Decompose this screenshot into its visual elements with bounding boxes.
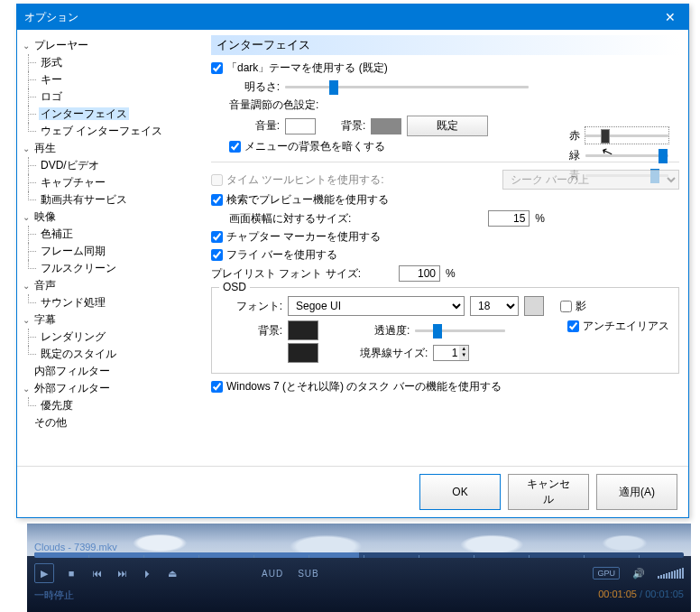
tree-video[interactable]: ⌄映像 <box>21 209 198 226</box>
osd-border-label: 境界線サイズ: <box>360 346 428 361</box>
playback-status: 一時停止 <box>34 589 74 602</box>
tree-capture[interactable]: キャプチャー <box>35 174 198 191</box>
tree-colorcorr[interactable]: 色補正 <box>35 226 198 243</box>
tree-playback[interactable]: ⌄再生 <box>21 140 198 157</box>
volume-color-swatch[interactable] <box>285 118 316 134</box>
tree-format[interactable]: 形式 <box>35 54 198 71</box>
eject-button[interactable]: ⏏ <box>164 565 180 581</box>
osd-font-combo[interactable]: Segoe UI <box>288 296 465 316</box>
tree-key[interactable]: キー <box>35 71 198 88</box>
osd-shadow-checkbox[interactable]: 影 <box>560 299 586 314</box>
chevron-down-icon[interactable]: ⌄ <box>21 315 31 325</box>
tree-rendering[interactable]: レンダリング <box>35 329 198 346</box>
titlebar[interactable]: オプション ✕ <box>17 5 688 30</box>
red-slider[interactable] <box>585 127 668 144</box>
preview-size-input[interactable] <box>488 210 530 227</box>
flybar-input[interactable] <box>211 249 223 261</box>
default-button[interactable]: 既定 <box>407 116 488 136</box>
tree-dvd[interactable]: DVD/ビデオ <box>35 157 198 174</box>
chevron-down-icon[interactable]: ⌄ <box>21 41 31 51</box>
step-button[interactable]: ⏵ <box>139 565 155 581</box>
osd-bg-label: 背景: <box>219 323 282 338</box>
use-dark-theme-input[interactable] <box>211 62 223 74</box>
chapter-marker-checkbox[interactable]: チャプター マーカーを使用する <box>211 229 679 245</box>
time-tooltip-checkbox: タイム ツールヒントを使用する: シーク バーの上 <box>211 170 679 190</box>
time-tooltip-combo: シーク バーの上 <box>502 170 679 190</box>
win7-taskbar-input[interactable] <box>211 381 223 393</box>
close-icon[interactable]: ✕ <box>659 10 681 24</box>
tree-subtitle[interactable]: ⌄字幕 <box>21 311 198 329</box>
player-file-title: Clouds - 7399.mkv <box>34 542 117 552</box>
win7-taskbar-checkbox[interactable]: Windows 7 (とそれ以降) のタスク バーの機能を使用する <box>211 379 679 394</box>
cancel-button[interactable]: キャンセル <box>508 474 589 510</box>
tree-priority[interactable]: 優先度 <box>35 397 198 414</box>
bg-color-swatch[interactable] <box>371 118 401 134</box>
playlist-font-label: プレイリスト フォント サイズ: <box>211 266 361 282</box>
osd-trans-slider[interactable] <box>415 322 505 338</box>
tree-audio[interactable]: ⌄音声 <box>21 277 198 294</box>
time-tooltip-input <box>211 174 223 186</box>
osd-border-color-swatch[interactable] <box>288 343 318 363</box>
osd-antialias-checkbox[interactable]: アンチエイリアス <box>567 319 669 334</box>
spinner-arrows-icon[interactable]: ▲▼ <box>459 346 468 360</box>
apply-button[interactable]: 適用(A) <box>596 474 677 510</box>
dialog-buttons: OK キャンセル 適用(A) <box>17 466 688 517</box>
playlist-font-input[interactable] <box>399 265 440 282</box>
seek-bar[interactable] <box>34 552 684 558</box>
sub-indicator[interactable]: SUB <box>298 569 319 579</box>
preview-checkbox[interactable]: 検索でプレビュー機能を使用する <box>211 192 679 208</box>
volume-icon[interactable]: 🔊 <box>631 565 647 581</box>
osd-antialias-input[interactable] <box>567 320 579 332</box>
tree-fullscreen[interactable]: フルスクリーン <box>35 260 198 277</box>
tree-sound[interactable]: サウンド処理 <box>35 294 198 311</box>
chevron-down-icon[interactable]: ⌄ <box>21 281 31 291</box>
chevron-down-icon[interactable]: ⌄ <box>21 144 31 153</box>
tree-framesync[interactable]: フレーム同期 <box>35 243 198 260</box>
play-button[interactable]: ▶ <box>34 563 54 583</box>
green-label: 緑 <box>569 148 582 163</box>
tree-share[interactable]: 動画共有サービス <box>35 191 198 209</box>
playlist-font-unit: % <box>446 267 456 280</box>
osd-shadow-input[interactable] <box>560 301 572 312</box>
darken-menu-input[interactable] <box>229 141 241 153</box>
prev-button[interactable]: ⏮ <box>88 565 105 581</box>
tree-defstyle[interactable]: 既定のスタイル <box>35 346 198 363</box>
tree-intfilter[interactable]: ⌄内部フィルター <box>21 363 198 380</box>
tree-interface[interactable]: インターフェイス <box>35 106 198 123</box>
green-slider[interactable] <box>585 147 668 163</box>
volume-color-label2: 音量: <box>229 118 280 134</box>
section-title: インターフェイス <box>211 35 679 55</box>
window-title: オプション <box>24 10 78 25</box>
flybar-checkbox[interactable]: フライ バーを使用する <box>211 247 679 263</box>
options-tree[interactable]: ⌄プレーヤー 形式 キー ロゴ インターフェイス ウェブ インターフェイス ⌄再… <box>17 30 202 466</box>
tree-logo[interactable]: ロゴ <box>35 88 198 106</box>
osd-font-size-combo[interactable]: 18 <box>470 296 519 316</box>
osd-font-color-swatch[interactable] <box>524 296 544 316</box>
next-button[interactable]: ⏭ <box>114 565 130 581</box>
stop-button[interactable]: ■ <box>63 565 79 581</box>
ok-button[interactable]: OK <box>419 474 501 510</box>
tree-webif[interactable]: ウェブ インターフェイス <box>35 123 198 140</box>
tree-other[interactable]: ⌄その他 <box>21 414 198 431</box>
chevron-down-icon[interactable]: ⌄ <box>21 212 31 222</box>
video-frame <box>27 524 691 556</box>
time-display: 00:01:05 / 00:01:05 <box>598 589 684 602</box>
osd-bg-color-swatch[interactable] <box>288 320 318 340</box>
use-dark-theme-checkbox[interactable]: 「dark」テーマを使用する (既定) <box>211 60 679 76</box>
options-content: インターフェイス 「dark」テーマを使用する (既定) 明るさ: 音量調節の色… <box>202 30 688 466</box>
gpu-indicator[interactable]: GPU <box>593 567 620 580</box>
preview-size-unit: % <box>535 212 545 225</box>
aud-indicator[interactable]: AUD <box>262 569 283 579</box>
osd-trans-label: 透過度: <box>374 323 410 338</box>
bg-color-label: 背景: <box>341 118 365 134</box>
chevron-down-icon[interactable]: ⌄ <box>21 384 31 394</box>
osd-border-spinner[interactable]: ▲▼ <box>433 345 469 361</box>
brightness-slider[interactable] <box>285 79 529 95</box>
chapter-marker-input[interactable] <box>211 231 223 243</box>
osd-border-input[interactable] <box>434 346 459 360</box>
tree-player[interactable]: ⌄プレーヤー <box>21 37 198 54</box>
tree-extfilter[interactable]: ⌄外部フィルター <box>21 380 198 397</box>
volume-bars[interactable] <box>658 568 684 579</box>
brightness-label: 明るさ: <box>229 79 280 95</box>
preview-input[interactable] <box>211 194 223 206</box>
